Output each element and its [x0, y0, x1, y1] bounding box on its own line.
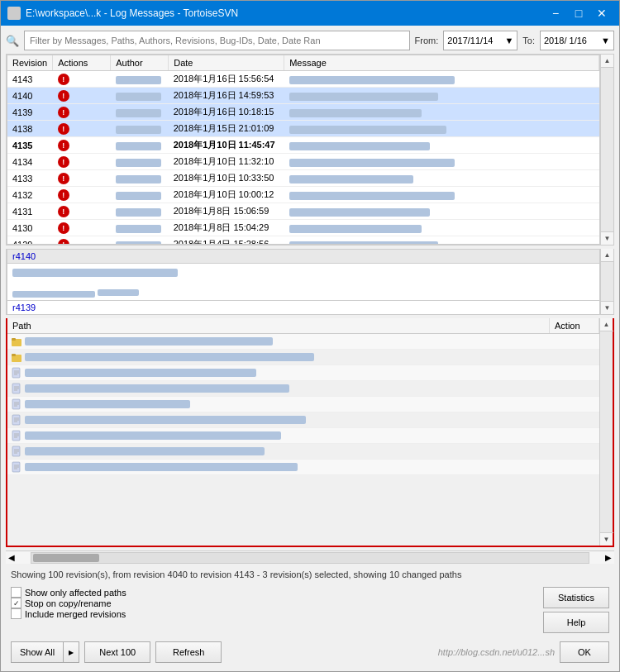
maximize-button[interactable]: □: [568, 2, 589, 24]
include-merged-checkbox[interactable]: [11, 608, 21, 619]
minimize-button[interactable]: −: [545, 2, 566, 24]
cell-actions: [53, 203, 111, 220]
right-buttons-column: Statistics Help: [543, 587, 609, 633]
cell-author: [111, 187, 169, 203]
path-scroll-up[interactable]: ▲: [600, 318, 613, 331]
detail-vertical-scrollbar[interactable]: ▲ ▼: [600, 249, 613, 314]
detail-text-1: [12, 269, 178, 277]
path-scroll-track[interactable]: [600, 331, 613, 532]
action-cell: [550, 444, 599, 460]
ok-button[interactable]: OK: [560, 641, 609, 663]
action-cell: [550, 396, 599, 412]
detail-text-3: [98, 289, 139, 296]
cell-actions: [53, 121, 111, 137]
scroll-down-arrow[interactable]: ▼: [601, 231, 614, 245]
header-actions: Actions: [53, 55, 111, 71]
path-row[interactable]: [7, 412, 599, 428]
cell-date: 2018年1月10日 11:45:47: [169, 137, 284, 154]
path-row[interactable]: [7, 365, 599, 380]
next-100-button[interactable]: Next 100: [84, 641, 150, 663]
h-scroll-thumb[interactable]: [33, 554, 99, 562]
close-button[interactable]: ✕: [591, 2, 613, 24]
table-row[interactable]: 41392018年1月16日 10:18:15: [7, 104, 599, 121]
path-cell: [7, 460, 550, 475]
table-row[interactable]: 41352018年1月10日 11:45:47: [7, 137, 599, 154]
show-all-button[interactable]: Show All: [12, 642, 64, 662]
cell-author: [111, 71, 169, 88]
table-row[interactable]: 41312018年1月8日 15:06:59: [7, 203, 599, 220]
show-affected-checkbox[interactable]: [11, 587, 21, 598]
path-scroll-down[interactable]: ▼: [600, 532, 613, 546]
cell-revision: 4131: [7, 203, 53, 220]
show-all-dropdown-arrow[interactable]: ▶: [64, 642, 79, 662]
path-table-container[interactable]: Path Action: [7, 318, 599, 546]
log-scroll-wrapper[interactable]: Revision Actions Author Date Message 414…: [7, 55, 599, 244]
table-row[interactable]: 41292018年1月4日 15:28:56: [7, 236, 599, 244]
path-outer: Path Action ▲ ▼: [6, 318, 614, 547]
path-table: Path Action: [7, 318, 599, 476]
scroll-track[interactable]: [601, 68, 613, 231]
from-label: From:: [415, 36, 439, 45]
cell-message: [284, 203, 599, 220]
log-vertical-scrollbar[interactable]: ▲ ▼: [600, 55, 613, 245]
file-icon: [11, 383, 22, 394]
cell-author: [111, 137, 169, 154]
option-stop-copy: ✓ Stop on copy/rename: [11, 598, 535, 608]
cell-revision: 4132: [7, 187, 53, 203]
show-all-split-button[interactable]: Show All ▶: [11, 641, 79, 663]
detail-scroll-down[interactable]: ▼: [601, 301, 614, 314]
header-author: Author: [111, 55, 169, 71]
table-row[interactable]: 41382018年1月15日 21:01:09: [7, 121, 599, 137]
folder-icon: [11, 351, 22, 363]
h-scroll-left[interactable]: ◀: [6, 553, 17, 562]
path-row[interactable]: [7, 396, 599, 412]
horizontal-scrollbar-row[interactable]: ◀ ▶: [6, 550, 614, 564]
table-row[interactable]: 41402018年1月16日 14:59:53: [7, 88, 599, 104]
table-row[interactable]: 41342018年1月10日 11:32:10: [7, 154, 599, 170]
statistics-button[interactable]: Statistics: [543, 587, 609, 608]
detail-scroll-up[interactable]: ▲: [601, 249, 614, 262]
filter-input[interactable]: [24, 31, 410, 50]
action-icon: [58, 222, 69, 234]
detail-scroll-track[interactable]: [601, 262, 613, 301]
path-row[interactable]: [7, 349, 599, 365]
path-row[interactable]: [7, 444, 599, 460]
path-row[interactable]: [7, 380, 599, 396]
path-vertical-scrollbar[interactable]: ▲ ▼: [599, 318, 613, 546]
action-cell: [550, 380, 599, 396]
include-merged-label: Include merged revisions: [25, 609, 126, 619]
path-row[interactable]: [7, 333, 599, 349]
help-button[interactable]: Help: [543, 612, 609, 633]
cell-date: 2018年1月8日 15:06:59: [169, 203, 284, 220]
to-date-picker[interactable]: 2018/ 1/16 ▼: [540, 31, 614, 50]
path-cell: [7, 444, 550, 460]
cell-actions: [53, 154, 111, 170]
action-cell: [550, 428, 599, 444]
path-row[interactable]: [7, 428, 599, 444]
from-date-picker[interactable]: 2017/11/14 ▼: [443, 31, 517, 50]
path-cell: [7, 396, 550, 412]
cell-actions: [53, 236, 111, 244]
detail-header: r4140: [7, 250, 599, 264]
stop-copy-checkbox[interactable]: ✓: [11, 598, 21, 608]
scroll-up-arrow[interactable]: ▲: [601, 55, 614, 68]
svg-rect-1: [12, 338, 16, 341]
action-icon: [58, 156, 69, 168]
cell-author: [111, 236, 169, 244]
cell-date: 2018年1月16日 10:18:15: [169, 104, 284, 121]
h-scrollbar[interactable]: [31, 552, 589, 564]
file-h-icon: [11, 414, 22, 426]
table-row[interactable]: 41432018年1月16日 15:56:54: [7, 71, 599, 88]
refresh-button[interactable]: Refresh: [155, 641, 222, 663]
table-row[interactable]: 41302018年1月8日 15:04:29: [7, 220, 599, 236]
main-window: E:\workspace\...k - Log Messages - Torto…: [0, 0, 620, 672]
cell-revision: 4134: [7, 154, 53, 170]
show-affected-label: Show only affected paths: [25, 588, 126, 598]
cell-actions: [53, 71, 111, 88]
path-row[interactable]: [7, 460, 599, 475]
table-row[interactable]: 41322018年1月10日 10:00:12: [7, 187, 599, 203]
h-scroll-right[interactable]: ▶: [603, 553, 614, 562]
content-area: 🔍 From: 2017/11/14 ▼ To: 2018/ 1/16 ▼: [1, 26, 619, 671]
table-row[interactable]: 41332018年1月10日 10:33:50: [7, 170, 599, 187]
path-cell: [7, 412, 550, 428]
